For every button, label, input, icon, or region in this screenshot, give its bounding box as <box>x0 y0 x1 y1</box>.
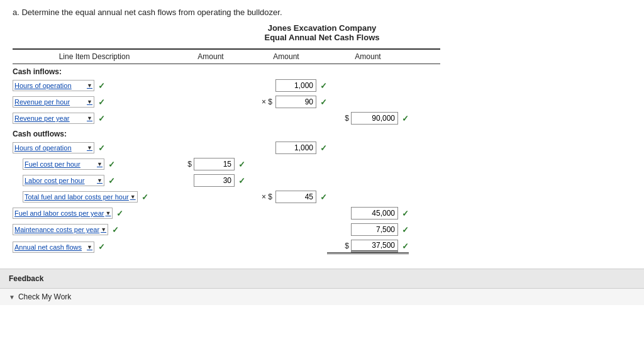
row-maintenance: Maintenance costs per year ▼ ✓ ✓ <box>13 221 440 238</box>
company-name: Jones Excavation Company <box>13 23 631 33</box>
maintenance-arrow: ▼ <box>101 226 106 233</box>
row-inflow-revenue-year: Revenue per year ▼ ✓ $ ✓ <box>13 110 440 126</box>
maintenance-label: Maintenance costs per year <box>14 226 99 233</box>
desc-cell-total-fuel-labor: Total fuel and labor costs per hour ▼ ✓ <box>13 191 176 203</box>
check-work-label: Check My Work <box>18 292 71 301</box>
total-fuel-labor-label: Total fuel and labor costs per hour <box>25 193 129 201</box>
total-fuel-labor-amount2: × $ ✓ <box>245 191 327 203</box>
table-area: Line Item Description Amount Amount Amou… <box>13 48 440 256</box>
inflow-hours-input[interactable] <box>275 79 316 92</box>
fuel-cost-input[interactable] <box>194 158 235 170</box>
fuel-labor-year-input-check: ✓ <box>402 209 409 218</box>
desc-cell-inflow-hours: Hours of operation ▼ ✓ <box>13 80 176 91</box>
outflow-hours-input[interactable] <box>275 142 316 154</box>
maintenance-amount3: ✓ <box>327 223 409 236</box>
desc-cell-maintenance: Maintenance costs per year ▼ ✓ <box>13 224 176 235</box>
fuel-labor-year-input[interactable] <box>351 207 398 220</box>
annual-net-input[interactable] <box>351 240 398 252</box>
revenue-hour-input[interactable] <box>275 96 316 108</box>
revenue-year-check: ✓ <box>98 114 105 123</box>
fuel-labor-year-amount3: ✓ <box>327 207 409 220</box>
annual-net-arrow: ▼ <box>87 244 92 250</box>
total-fuel-labor-multiplier: × $ <box>262 192 272 201</box>
labor-cost-input[interactable] <box>194 174 235 187</box>
check-work-arrow-icon: ▼ <box>9 294 15 301</box>
row-labor-cost-hour: Labor cost per hour ▼ ✓ ✓ <box>13 172 440 189</box>
revenue-year-arrow: ▼ <box>87 115 92 121</box>
desc-cell-fuel-cost: Fuel cost per hour ▼ ✓ <box>13 158 176 170</box>
revenue-year-amount3: $ ✓ <box>327 112 409 125</box>
inflow-hours-dropdown[interactable]: Hours of operation ▼ <box>13 80 94 91</box>
fuel-cost-input-check: ✓ <box>238 160 245 169</box>
labor-cost-input-check: ✓ <box>238 176 245 186</box>
fuel-cost-amount1: $ ✓ <box>176 158 245 170</box>
fuel-cost-label: Fuel cost per hour <box>25 160 80 168</box>
row-fuel-cost-hour: Fuel cost per hour ▼ ✓ $ ✓ <box>13 156 440 172</box>
annual-net-check: ✓ <box>98 242 105 252</box>
revenue-year-prefix: $ <box>345 114 349 123</box>
labor-cost-amount1: ✓ <box>176 174 245 187</box>
revenue-year-input[interactable] <box>351 112 398 125</box>
annual-net-dropdown[interactable]: Annual net cash flows ▼ <box>13 242 94 253</box>
revenue-hour-check: ✓ <box>98 97 105 107</box>
inflow-hours-arrow: ▼ <box>87 82 92 89</box>
total-fuel-labor-arrow: ▼ <box>130 194 136 200</box>
fuel-labor-year-dropdown[interactable]: Fuel and labor costs per year ▼ <box>13 208 113 219</box>
inflow-hours-check: ✓ <box>98 81 105 91</box>
labor-cost-label: Labor cost per hour <box>25 177 84 184</box>
maintenance-input[interactable] <box>351 223 398 236</box>
revenue-year-input-check: ✓ <box>402 114 409 123</box>
outflow-hours-amount2: ✓ <box>245 142 327 154</box>
total-fuel-labor-check: ✓ <box>142 192 148 202</box>
row-fuel-labor-year: Fuel and labor costs per year ▼ ✓ ✓ <box>13 205 440 221</box>
maintenance-dropdown[interactable]: Maintenance costs per year ▼ <box>13 224 108 235</box>
feedback-bar: Feedback <box>0 269 644 288</box>
total-fuel-labor-dropdown[interactable]: Total fuel and labor costs per hour ▼ <box>23 191 138 203</box>
outflow-hours-label: Hours of operation <box>14 144 72 152</box>
revenue-hour-input-check: ✓ <box>320 97 327 107</box>
question-label: a. Determine the equal annual net cash f… <box>13 8 631 17</box>
maintenance-input-check: ✓ <box>402 225 409 235</box>
labor-cost-arrow: ▼ <box>97 177 103 184</box>
total-fuel-labor-input-check: ✓ <box>320 192 327 202</box>
feedback-label: Feedback <box>9 274 43 283</box>
inflow-hours-input-check: ✓ <box>320 81 327 91</box>
row-annual-net: Annual net cash flows ▼ ✓ $ ✓ <box>13 238 440 256</box>
col-header-description: Line Item Description <box>13 52 176 61</box>
row-total-fuel-labor: Total fuel and labor costs per hour ▼ ✓ … <box>13 189 440 205</box>
fuel-cost-prefix: $ <box>187 160 192 169</box>
annual-net-amount3: $ ✓ <box>327 240 409 254</box>
outflow-hours-dropdown[interactable]: Hours of operation ▼ <box>13 142 94 153</box>
report-title: Equal Annual Net Cash Flows <box>13 33 631 42</box>
revenue-year-label: Revenue per year <box>14 114 69 122</box>
row-inflow-revenue-hour: Revenue per hour ▼ ✓ × $ ✓ <box>13 94 440 110</box>
fuel-cost-arrow: ▼ <box>97 161 103 167</box>
desc-cell-annual-net: Annual net cash flows ▼ ✓ <box>13 242 176 253</box>
desc-cell-outflow-hours: Hours of operation ▼ ✓ <box>13 142 176 153</box>
check-work-bar[interactable]: ▼ Check My Work <box>0 288 644 305</box>
fuel-labor-year-arrow: ▼ <box>105 210 111 216</box>
labor-cost-dropdown[interactable]: Labor cost per hour ▼ <box>23 175 104 186</box>
inflow-hours-amount2: ✓ <box>245 79 327 92</box>
fuel-cost-dropdown[interactable]: Fuel cost per hour ▼ <box>23 158 104 170</box>
maintenance-check: ✓ <box>112 225 119 235</box>
revenue-hour-multiplier: × $ <box>262 97 272 106</box>
revenue-hour-dropdown[interactable]: Revenue per hour ▼ <box>13 96 94 108</box>
col-header-amount1: Amount <box>176 52 245 61</box>
desc-cell-revenue-hour: Revenue per hour ▼ ✓ <box>13 96 176 108</box>
revenue-year-dropdown[interactable]: Revenue per year ▼ <box>13 113 94 124</box>
outflow-hours-check: ✓ <box>98 143 105 153</box>
revenue-hour-amount2: × $ ✓ <box>245 96 327 108</box>
total-fuel-labor-input[interactable] <box>275 191 316 203</box>
cash-outflows-label: Cash outflows: <box>13 126 440 140</box>
col-header-amount3: Amount <box>327 52 409 61</box>
cash-inflows-label: Cash inflows: <box>13 64 440 77</box>
fuel-cost-check: ✓ <box>108 160 115 169</box>
revenue-hour-arrow: ▼ <box>87 99 92 105</box>
labor-cost-check: ✓ <box>108 176 115 186</box>
outflow-hours-arrow: ▼ <box>87 145 92 151</box>
desc-cell-revenue-year: Revenue per year ▼ ✓ <box>13 113 176 124</box>
column-headers: Line Item Description Amount Amount Amou… <box>13 52 440 64</box>
annual-net-prefix: $ <box>345 242 349 250</box>
annual-net-input-check: ✓ <box>402 242 409 251</box>
